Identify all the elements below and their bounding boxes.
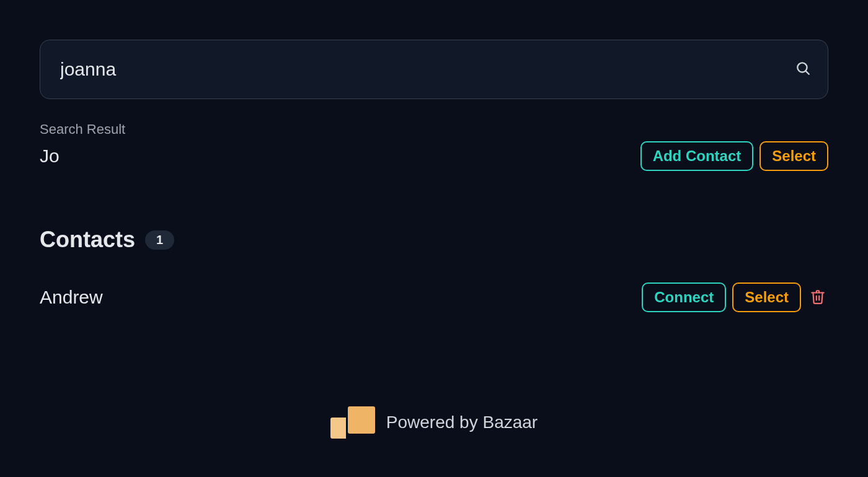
- select-result-button[interactable]: Select: [760, 141, 828, 171]
- search-result-name: Jo: [40, 146, 60, 167]
- connect-button[interactable]: Connect: [642, 282, 726, 312]
- trash-icon: [810, 287, 826, 308]
- search-icon[interactable]: [795, 60, 811, 79]
- delete-contact-button[interactable]: [807, 285, 828, 310]
- contact-row: Andrew Connect Select: [40, 282, 828, 312]
- bazaar-logo-icon: [330, 406, 375, 439]
- contact-actions: Connect Select: [642, 282, 828, 312]
- add-contact-button[interactable]: Add Contact: [640, 141, 754, 171]
- footer-text: Powered by Bazaar: [386, 413, 538, 432]
- search-result-actions: Add Contact Select: [640, 141, 828, 171]
- contact-name: Andrew: [40, 287, 103, 308]
- footer: Powered by Bazaar: [0, 406, 868, 439]
- contacts-count-badge: 1: [145, 230, 174, 250]
- select-contact-button[interactable]: Select: [732, 282, 801, 312]
- search-result-row: Jo Add Contact Select: [40, 141, 828, 171]
- search-bar: [40, 40, 828, 99]
- search-result-section: Search Result Jo Add Contact Select: [40, 121, 828, 171]
- contacts-header: Contacts 1: [40, 227, 828, 253]
- svg-line-1: [806, 71, 809, 74]
- search-result-label: Search Result: [40, 121, 828, 138]
- contacts-title: Contacts: [40, 227, 135, 253]
- search-input[interactable]: [40, 40, 828, 99]
